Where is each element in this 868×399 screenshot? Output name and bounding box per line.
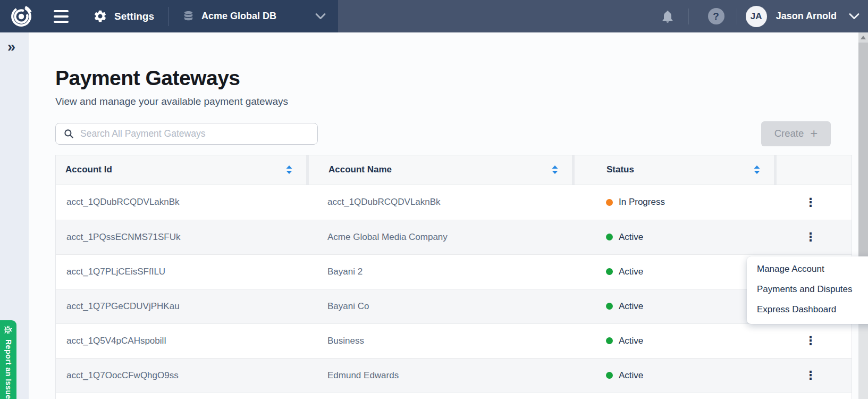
status-cell: Active (572, 232, 774, 243)
create-button[interactable]: Create + (761, 121, 831, 146)
top-navbar: Settings Acme Global DB ? JA Jason Arnol… (0, 0, 868, 32)
table-row-partial (56, 393, 852, 399)
account-id-cell: acct_1QDubRCQDVLaknBk (56, 197, 306, 207)
sidebar-expand-button[interactable]: » (7, 40, 29, 54)
account-id-cell: acct_1Q5V4pCAHspobilI (56, 336, 306, 346)
status-cell: In Progress (572, 197, 774, 207)
column-header-label: Status (606, 164, 634, 175)
vertical-scrollbar[interactable] (858, 32, 868, 399)
toolbar: Create + (55, 121, 831, 146)
create-button-label: Create (774, 128, 804, 139)
context-menu-item[interactable]: Manage Account (747, 259, 868, 279)
status-label: Active (619, 232, 643, 243)
status-dot-icon (606, 234, 613, 240)
actions-cell: ⋮ (774, 196, 853, 210)
main-content: Payment Gateways View and manage your av… (29, 32, 868, 399)
payment-gateways-table: Account Id Account Name Status acct_1Q (55, 155, 852, 399)
actions-cell: ⋮ (774, 334, 853, 348)
page-title: Payment Gateways (55, 66, 868, 90)
navbar-divider (168, 7, 168, 26)
navbar-left-section: Settings Acme Global DB (0, 0, 338, 32)
scrollbar-up-button[interactable] (858, 32, 868, 43)
column-header-account-name[interactable]: Account Name (306, 155, 572, 185)
navbar-divider (737, 9, 737, 24)
sort-icon[interactable] (753, 165, 761, 174)
database-selector[interactable]: Acme Global DB (182, 10, 338, 22)
status-label: Active (619, 267, 643, 277)
table-header-row: Account Id Account Name Status (56, 155, 852, 185)
status-label: In Progress (619, 197, 665, 207)
row-context-menu: Manage AccountPayments and DisputesExpre… (747, 256, 868, 324)
report-issue-ribbon[interactable]: Report an Issue (0, 320, 16, 399)
account-name-cell: Bayani 2 (306, 267, 572, 277)
table-row: acct_1Q7PLjCEisSFfILU Bayani 2 Active ⋮ (56, 254, 852, 289)
user-menu[interactable]: JA Jason Arnold (746, 6, 868, 27)
user-name-label: Jason Arnold (776, 11, 837, 22)
arrow-up-icon (861, 36, 866, 39)
status-cell: Active (572, 336, 774, 346)
gear-icon (93, 9, 107, 23)
table-row: acct_1Q5V4pCAHspobilI Business Active ⋮ (56, 323, 852, 358)
account-id-cell: acct_1PQssECNMS71SFUk (56, 232, 306, 243)
kebab-menu-icon[interactable]: ⋮ (800, 230, 821, 244)
settings-label: Settings (114, 11, 154, 22)
actions-cell: ⋮ (774, 230, 853, 244)
account-name-cell: acct_1QDubRCQDVLaknBk (306, 197, 572, 207)
bug-icon (4, 325, 13, 335)
kebab-menu-icon[interactable]: ⋮ (800, 196, 821, 210)
status-dot-icon (606, 372, 613, 379)
column-header-account-id[interactable]: Account Id (56, 155, 306, 185)
status-dot-icon (606, 268, 613, 275)
account-id-cell: acct_1Q7PGeCDUVjPHKau (56, 301, 306, 312)
account-name-cell: Edmund Edwards (306, 370, 572, 381)
hamburger-menu-icon[interactable] (54, 10, 69, 23)
status-cell: Active (572, 267, 774, 277)
account-id-cell: acct_1Q7PLjCEisSFfILU (56, 267, 306, 277)
chevron-down-icon (848, 13, 860, 20)
table-row: acct_1Q7OocCFwQhgO9ss Edmund Edwards Act… (56, 358, 852, 393)
database-selector-label: Acme Global DB (201, 11, 276, 22)
navbar-divider (688, 9, 689, 24)
status-label: Active (619, 336, 643, 346)
column-header-label: Account Name (328, 164, 392, 175)
page-subtitle: View and manage your available payment g… (55, 96, 868, 107)
column-header-status[interactable]: Status (572, 155, 774, 185)
account-id-cell: acct_1Q7OocCFwQhgO9ss (56, 370, 306, 381)
context-menu-item[interactable]: Payments and Disputes (747, 279, 868, 300)
app-logo-icon[interactable] (10, 5, 32, 28)
navbar-right-section: ? JA Jason Arnold (338, 0, 868, 32)
table-row: acct_1Q7PGeCDUVjPHKau Bayani Co Active ⋮ (56, 289, 852, 323)
actions-cell: ⋮ (774, 369, 853, 383)
table-row: acct_1QDubRCQDVLaknBk acct_1QDubRCQDVLak… (56, 185, 852, 220)
column-header-actions (774, 155, 853, 185)
table-body: acct_1QDubRCQDVLaknBk acct_1QDubRCQDVLak… (56, 185, 852, 399)
account-name-cell: Business (306, 336, 572, 346)
settings-nav-item[interactable]: Settings (93, 9, 154, 23)
table-row: acct_1PQssECNMS71SFUk Acme Global Media … (56, 220, 852, 254)
status-cell: Active (572, 370, 774, 381)
status-dot-icon (606, 337, 613, 344)
status-cell: Active (572, 301, 774, 312)
help-icon[interactable]: ? (708, 8, 724, 24)
kebab-menu-icon[interactable]: ⋮ (800, 334, 821, 348)
status-dot-icon (606, 199, 613, 206)
search-icon (64, 129, 74, 139)
sort-icon[interactable] (285, 165, 293, 174)
status-label: Active (619, 301, 643, 312)
account-name-cell: Bayani Co (306, 301, 572, 312)
account-name-cell: Acme Global Media Company (306, 232, 572, 243)
kebab-menu-icon[interactable]: ⋮ (800, 369, 821, 383)
report-issue-label: Report an Issue (4, 339, 13, 399)
avatar: JA (746, 6, 767, 27)
status-dot-icon (606, 303, 613, 310)
status-label: Active (619, 370, 643, 381)
search-input[interactable] (80, 128, 311, 139)
search-box (55, 123, 318, 145)
sort-icon[interactable] (551, 165, 559, 174)
plus-icon: + (810, 127, 818, 140)
column-header-label: Account Id (65, 164, 112, 175)
database-icon (182, 10, 195, 22)
notifications-bell-icon[interactable] (660, 9, 675, 24)
chevron-down-icon (315, 13, 326, 20)
context-menu-item[interactable]: Express Dashboard (747, 300, 868, 320)
